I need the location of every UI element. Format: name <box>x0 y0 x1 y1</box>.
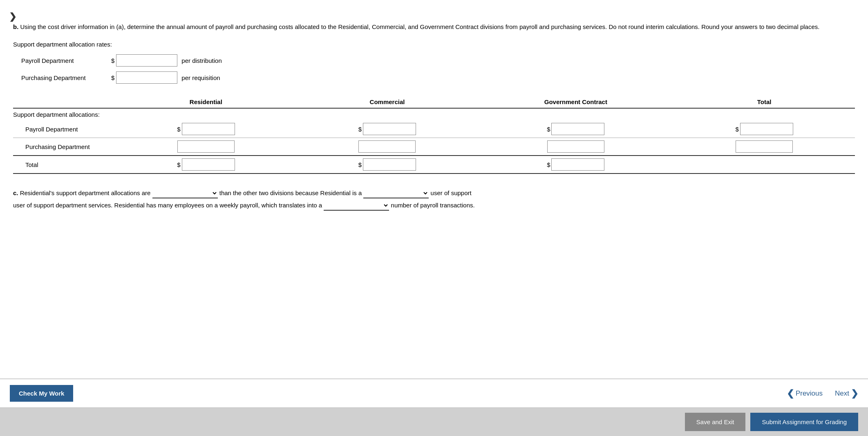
next-button[interactable]: Next ❯ <box>835 388 858 399</box>
total-res-dollar: $ <box>177 161 180 168</box>
dropdown-user-type[interactable]: heavy light moderate <box>363 188 429 198</box>
payroll-dollar-sign: $ <box>111 57 114 64</box>
payroll-row-label: Payroll Department <box>13 120 115 138</box>
purchasing-commercial-input[interactable] <box>358 140 416 153</box>
purchasing-row-label: Purchasing Department <box>13 138 115 156</box>
payroll-rate-label: Payroll Department <box>21 57 111 64</box>
left-arrow-indicator: ❯ <box>9 11 16 22</box>
support-allocations-label: Support department allocations: <box>13 108 855 120</box>
total-gov-dollar: $ <box>547 161 550 168</box>
total-residential-cell: $ <box>115 156 297 174</box>
section-c-text2: than the other two divisions because Res… <box>218 189 364 196</box>
section-c-text4: number of payroll transactions. <box>389 202 474 209</box>
purchasing-residential-input[interactable] <box>177 140 235 153</box>
purchasing-rate-input[interactable] <box>116 71 177 84</box>
purchasing-government-input[interactable] <box>547 140 604 153</box>
section-c-text1: Residential's support department allocat… <box>18 189 152 196</box>
previous-label: Previous <box>796 389 823 398</box>
purchasing-rate-suffix: per requisition <box>181 74 220 81</box>
support-rates-heading: Support department allocation rates: <box>13 41 855 48</box>
payroll-total-dollar: $ <box>735 126 738 133</box>
total-commercial-input[interactable] <box>363 158 416 171</box>
check-my-work-button[interactable]: Check My Work <box>10 385 73 402</box>
table-row-payroll: Payroll Department $ $ <box>13 120 855 138</box>
col-header-blank <box>13 96 115 108</box>
submit-assignment-button[interactable]: Submit Assignment for Grading <box>750 413 858 431</box>
payroll-government-input[interactable] <box>551 123 604 135</box>
next-label: Next <box>835 389 849 398</box>
purchasing-government-cell <box>478 138 673 156</box>
payroll-residential-cell: $ <box>115 120 297 138</box>
bottom-bar: Check My Work ❮ Previous Next ❯ <box>0 378 868 407</box>
payroll-rate-suffix: per distribution <box>181 57 221 64</box>
total-government-input[interactable] <box>551 158 604 171</box>
dropdown-payroll-number[interactable]: higher lower large small <box>324 200 389 211</box>
total-total-cell <box>673 156 855 174</box>
intro-paragraph: b. Using the cost driver information in … <box>13 22 855 32</box>
purchasing-rate-row: Purchasing Department $ per requisition <box>21 71 855 84</box>
payroll-total-cell: $ <box>673 120 855 138</box>
part-b-bold: b. <box>13 23 18 30</box>
footer-bar: Save and Exit Submit Assignment for Grad… <box>0 407 868 436</box>
previous-chevron-icon: ❮ <box>787 388 794 399</box>
total-comm-dollar: $ <box>358 161 362 168</box>
section-label-row: Support department allocations: <box>13 108 855 120</box>
payroll-rate-input-group: $ <box>111 54 177 67</box>
total-government-cell: $ <box>478 156 673 174</box>
payroll-res-dollar: $ <box>177 126 180 133</box>
payroll-rate-input[interactable] <box>116 54 177 67</box>
section-c-text3-user: user of support <box>429 189 471 196</box>
table-header-row: Residential Commercial Government Contra… <box>13 96 855 108</box>
total-residential-input[interactable] <box>182 158 235 171</box>
purchasing-rate-input-group: $ <box>111 71 177 84</box>
payroll-comm-dollar: $ <box>358 126 362 133</box>
col-header-residential: Residential <box>115 96 297 108</box>
previous-button[interactable]: ❮ Previous <box>787 388 823 399</box>
section-c: c. Residential's support department allo… <box>13 187 855 211</box>
save-and-exit-button[interactable]: Save and Exit <box>685 413 746 431</box>
allocation-table: Residential Commercial Government Contra… <box>13 96 855 174</box>
payroll-government-cell: $ <box>478 120 673 138</box>
payroll-rate-row: Payroll Department $ per distribution <box>21 54 855 67</box>
section-c-bold: c. <box>13 189 18 196</box>
part-b-text: Using the cost driver information in (a)… <box>18 23 819 30</box>
purchasing-dollar-sign: $ <box>111 74 114 81</box>
allocation-table-section: Residential Commercial Government Contra… <box>13 96 855 174</box>
next-chevron-icon: ❯ <box>851 388 858 399</box>
purchasing-total-cell <box>673 138 855 156</box>
payroll-commercial-input[interactable] <box>363 123 416 135</box>
purchasing-commercial-cell <box>297 138 478 156</box>
nav-group: ❮ Previous Next ❯ <box>787 388 858 399</box>
purchasing-residential-cell <box>115 138 297 156</box>
dropdown-allocations[interactable]: higher lower <box>152 188 218 198</box>
purchasing-rate-label: Purchasing Department <box>21 74 111 81</box>
payroll-total-input[interactable] <box>740 123 793 135</box>
col-header-total: Total <box>673 96 855 108</box>
payroll-commercial-cell: $ <box>297 120 478 138</box>
total-row-label: Total <box>13 156 115 174</box>
col-header-commercial: Commercial <box>297 96 478 108</box>
section-c-text3: user of support department services. Res… <box>13 202 324 209</box>
total-commercial-cell: $ <box>297 156 478 174</box>
purchasing-total-input[interactable] <box>736 140 793 153</box>
table-row-total: Total $ $ <box>13 156 855 174</box>
payroll-residential-input[interactable] <box>182 123 235 135</box>
col-header-government: Government Contract <box>478 96 673 108</box>
table-row-purchasing: Purchasing Department <box>13 138 855 156</box>
payroll-gov-dollar: $ <box>547 126 550 133</box>
